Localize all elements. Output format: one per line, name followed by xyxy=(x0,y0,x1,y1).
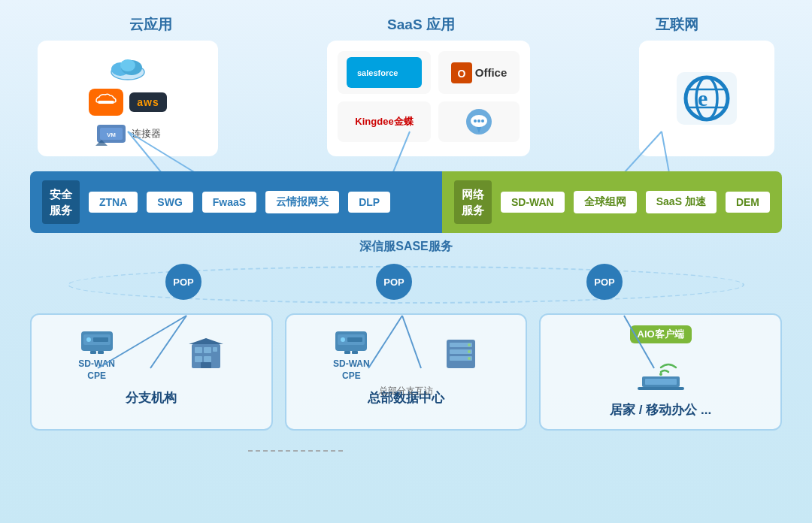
pop-node-left: POP xyxy=(165,264,201,300)
saas-app-label: SaaS 应用 xyxy=(387,17,455,32)
svg-point-26 xyxy=(477,119,480,122)
mutual-visit-label: 总部分支互访 xyxy=(379,385,433,398)
pop-node-right: POP xyxy=(586,264,623,300)
sdwan-tag: SD-WAN xyxy=(501,192,565,213)
svg-rect-42 xyxy=(195,347,202,353)
pop-area: POP POP POP xyxy=(30,262,782,307)
chat-item xyxy=(438,101,520,142)
cloud-gateway-tag: 云情报网关 xyxy=(265,191,339,213)
main-diagram: 云应用 SaaS 应用 互联网 xyxy=(0,0,812,523)
global-network-tag: 全球组网 xyxy=(574,191,637,213)
security-section: 安全服务 ZTNA SWG FwaaS 云情报网关 DLP xyxy=(30,171,442,233)
network-label: 网络服务 xyxy=(454,180,492,224)
cloud-icon xyxy=(109,51,147,81)
svg-point-25 xyxy=(474,119,477,122)
svg-point-59 xyxy=(468,343,471,346)
svg-point-62 xyxy=(659,373,662,376)
svg-text:salesforce: salesforce xyxy=(357,68,398,77)
kingdee-item: Kingdee金蝶 xyxy=(338,101,431,142)
sase-label: 深信服SASE服务 xyxy=(359,240,453,252)
swg-tag: SWG xyxy=(147,192,192,213)
top-panels-row: aws VM 连接器 sa xyxy=(15,41,797,156)
dem-tag: DEM xyxy=(726,192,770,213)
saas-apps-panel: salesforce O Office Kin xyxy=(327,41,530,156)
svg-text:VM: VM xyxy=(107,132,116,138)
salesforce-item: salesforce xyxy=(338,51,431,94)
saas-accel-tag: SaaS 加速 xyxy=(646,191,717,213)
remote-title: 居家 / 移动办公 ... xyxy=(551,401,770,419)
branch-building xyxy=(187,337,225,371)
svg-rect-54 xyxy=(352,351,358,354)
dc-sdwan-cpe: SD-WANCPE xyxy=(332,325,370,382)
svg-rect-15 xyxy=(98,101,114,104)
ie-icon: e xyxy=(673,68,741,128)
internet-panel: e xyxy=(639,41,774,156)
aliyun-icon xyxy=(89,89,123,116)
svg-rect-65 xyxy=(638,387,684,390)
security-label: 安全服务 xyxy=(42,180,80,224)
svg-rect-43 xyxy=(204,347,211,353)
svg-marker-48 xyxy=(189,338,223,344)
sase-label-row: 深信服SASE服务 xyxy=(15,239,797,255)
internet-label: 互联网 xyxy=(656,17,698,32)
svg-rect-39 xyxy=(90,351,96,354)
remote-panel: AIO客户端 xyxy=(539,313,782,431)
svg-rect-44 xyxy=(213,347,217,352)
network-section: 网络服务 SD-WAN 全球组网 SaaS 加速 DEM xyxy=(442,171,782,233)
svg-text:e: e xyxy=(698,86,707,110)
dc-sdwan-label: SD-WANCPE xyxy=(333,358,370,382)
svg-point-60 xyxy=(468,350,471,353)
connector-label: 连接器 xyxy=(132,127,161,141)
office-label: Office xyxy=(475,66,508,79)
svg-rect-52 xyxy=(347,337,362,342)
cloud-apps-panel: aws VM 连接器 xyxy=(38,41,218,156)
dlp-tag: DLP xyxy=(348,192,390,213)
pop-node-center: POP xyxy=(376,264,412,300)
vm-icon: VM xyxy=(95,122,127,146)
branch-title: 分支机构 xyxy=(42,389,261,407)
svg-point-51 xyxy=(341,337,345,342)
office-item: O Office xyxy=(438,51,520,94)
branch-sdwan-cpe: SD-WANCPE xyxy=(78,325,116,382)
svg-point-14 xyxy=(120,59,135,71)
remote-laptop xyxy=(635,352,687,394)
datacenter-panel: SD-WANCPE 总部分支互访 总部数据中心 xyxy=(285,313,528,431)
fwaas-tag: FwaaS xyxy=(202,192,256,213)
ztna-tag: ZTNA xyxy=(89,192,138,213)
svg-rect-45 xyxy=(195,356,202,362)
svg-point-37 xyxy=(86,337,91,342)
svg-rect-53 xyxy=(344,351,350,354)
bottom-panels: SD-WANCPE 分支机构 xyxy=(15,313,797,431)
svg-rect-64 xyxy=(645,379,677,385)
svg-point-27 xyxy=(481,119,484,122)
svg-rect-47 xyxy=(201,362,211,368)
branch-panel: SD-WANCPE 分支机构 xyxy=(30,313,273,431)
svg-rect-40 xyxy=(98,351,104,354)
svg-point-61 xyxy=(468,357,471,360)
cloud-app-label: 云应用 xyxy=(129,17,172,32)
branch-sdwan-label: SD-WANCPE xyxy=(78,358,115,382)
aio-badge: AIO客户端 xyxy=(630,325,692,343)
svg-rect-38 xyxy=(93,337,108,342)
svg-text:O: O xyxy=(457,68,465,80)
services-bar: 安全服务 ZTNA SWG FwaaS 云情报网关 DLP 网络服务 SD-WA… xyxy=(30,171,782,233)
dc-server xyxy=(442,337,480,371)
aws-icon: aws xyxy=(129,92,166,112)
top-labels-row: 云应用 SaaS 应用 互联网 xyxy=(15,15,797,35)
svg-rect-46 xyxy=(204,356,211,362)
